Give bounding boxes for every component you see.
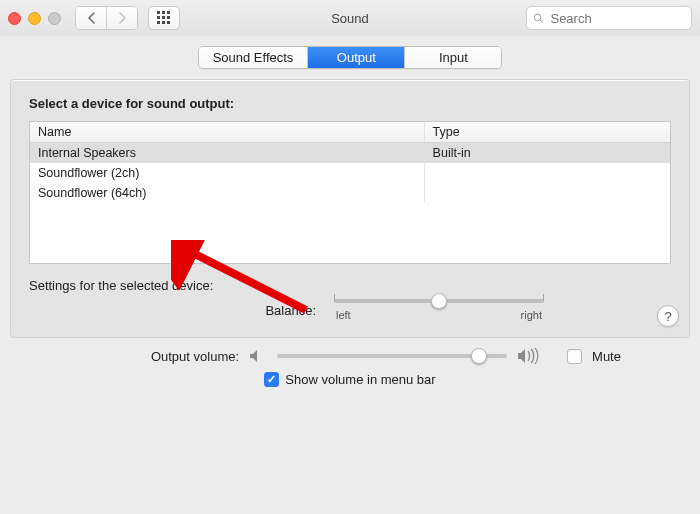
- output-volume-label: Output volume:: [79, 349, 239, 364]
- show-volume-menubar-label: Show volume in menu bar: [285, 372, 435, 387]
- device-type: Built-in: [425, 143, 670, 163]
- output-volume-slider[interactable]: [277, 354, 507, 358]
- device-type: [425, 163, 670, 183]
- svg-line-1: [540, 20, 543, 23]
- nav-back-forward: [75, 6, 138, 30]
- forward-button[interactable]: [106, 7, 137, 29]
- search-field[interactable]: [526, 6, 692, 30]
- balance-knob[interactable]: [431, 293, 447, 309]
- close-window-button[interactable]: [8, 12, 21, 25]
- mute-label: Mute: [592, 349, 621, 364]
- settings-for-device-label: Settings for the selected device:: [29, 278, 671, 293]
- show-volume-menubar-checkbox[interactable]: ✓: [264, 372, 279, 387]
- search-icon: [533, 12, 543, 24]
- help-button[interactable]: ?: [657, 305, 679, 327]
- device-name: Soundflower (64ch): [30, 183, 425, 203]
- device-type: [425, 183, 670, 203]
- back-button[interactable]: [76, 7, 106, 29]
- output-heading: Select a device for sound output:: [29, 96, 671, 111]
- balance-control: Balance: left right: [29, 299, 671, 321]
- table-row[interactable]: Soundflower (64ch): [30, 183, 670, 203]
- tab-sound-effects[interactable]: Sound Effects: [199, 47, 308, 68]
- col-header-type[interactable]: Type: [425, 122, 670, 142]
- search-input[interactable]: [548, 10, 685, 27]
- output-panel: Select a device for sound output: Name T…: [10, 79, 690, 338]
- device-name: Soundflower (2ch): [30, 163, 425, 183]
- zoom-window-button[interactable]: [48, 12, 61, 25]
- window-controls: [8, 12, 61, 25]
- balance-label: Balance:: [156, 303, 316, 318]
- balance-left-label: left: [336, 309, 351, 321]
- col-header-name[interactable]: Name: [30, 122, 425, 142]
- tab-input[interactable]: Input: [404, 47, 501, 68]
- titlebar: Sound: [0, 0, 700, 36]
- table-row[interactable]: Internal Speakers Built-in: [30, 143, 670, 163]
- table-row[interactable]: Soundflower (2ch): [30, 163, 670, 183]
- footer: Output volume: Mute ✓ Show volume in men…: [0, 338, 700, 395]
- balance-right-label: right: [521, 309, 542, 321]
- sound-tabs: Sound Effects Output Input: [10, 46, 690, 69]
- grid-icon: [157, 11, 171, 25]
- volume-high-icon: [517, 348, 541, 364]
- show-all-prefs-button[interactable]: [148, 6, 180, 30]
- mute-checkbox[interactable]: [567, 349, 582, 364]
- device-table-body: Internal Speakers Built-in Soundflower (…: [30, 143, 670, 263]
- svg-point-0: [534, 14, 541, 21]
- device-table: Name Type Internal Speakers Built-in Sou…: [29, 121, 671, 264]
- volume-low-icon: [249, 349, 267, 363]
- minimize-window-button[interactable]: [28, 12, 41, 25]
- tab-output[interactable]: Output: [307, 47, 404, 68]
- balance-slider[interactable]: [334, 299, 544, 303]
- volume-knob[interactable]: [471, 348, 487, 364]
- device-name: Internal Speakers: [30, 143, 425, 163]
